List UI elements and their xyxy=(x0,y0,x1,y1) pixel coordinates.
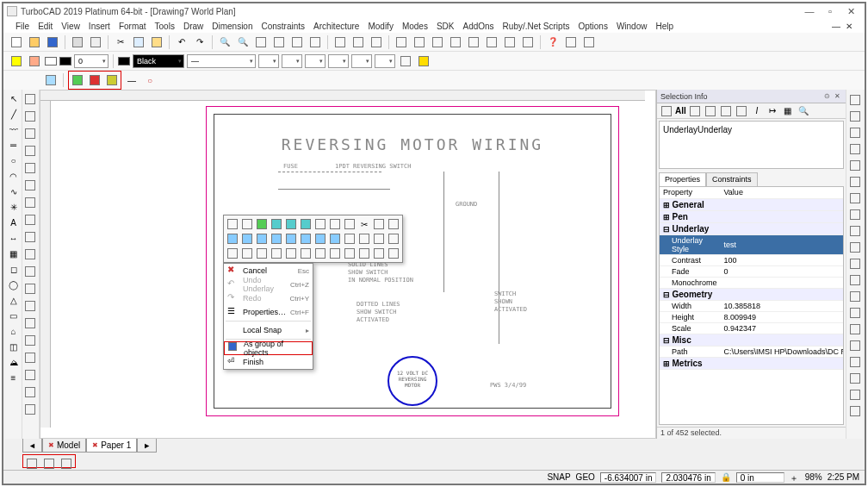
polyline-icon[interactable]: 〰 xyxy=(7,122,21,136)
menu-options[interactable]: Options xyxy=(578,22,607,31)
double-line-icon[interactable]: ═ xyxy=(7,138,21,152)
r16-icon[interactable] xyxy=(848,339,862,353)
ctx2-icon[interactable] xyxy=(240,217,254,231)
ctx26-icon[interactable] xyxy=(240,247,254,260)
menu-draw[interactable]: Draw xyxy=(183,22,203,31)
modify2-icon[interactable] xyxy=(22,109,38,124)
modify14-icon[interactable] xyxy=(22,315,38,331)
r18-icon[interactable] xyxy=(848,371,862,385)
ctx22-icon[interactable] xyxy=(357,232,371,246)
modify6-icon[interactable] xyxy=(22,178,38,193)
underlay-pdf2-icon[interactable] xyxy=(87,72,102,88)
viewport-icon[interactable] xyxy=(502,34,518,50)
render-icon[interactable] xyxy=(484,34,499,50)
r4-icon[interactable] xyxy=(848,142,862,156)
zoom-extents-icon[interactable] xyxy=(271,34,287,50)
snap-icon[interactable] xyxy=(430,34,445,50)
ctx10-icon[interactable]: ✂ xyxy=(357,217,371,231)
undo-icon[interactable]: ↶ xyxy=(174,34,189,50)
door-icon[interactable]: ⌂ xyxy=(7,324,21,338)
menu-insert[interactable]: Insert xyxy=(89,22,110,31)
style2-combo[interactable] xyxy=(282,54,302,68)
cone-icon[interactable]: △ xyxy=(7,293,21,307)
ctx-properties[interactable]: ☰ Properties… Ctrl+F xyxy=(224,305,313,319)
modify7-icon[interactable] xyxy=(22,195,38,210)
maximize-button[interactable]: ▫ xyxy=(820,6,840,16)
ctx3-icon[interactable] xyxy=(255,217,269,231)
ctx30-icon[interactable] xyxy=(299,247,313,260)
prop-height[interactable]: Height8.009949 xyxy=(660,311,844,322)
menu-view[interactable]: View xyxy=(61,22,80,31)
parts-icon[interactable] xyxy=(581,34,597,50)
modify17-icon[interactable] xyxy=(22,367,38,383)
hatch-icon[interactable]: ▦ xyxy=(7,247,21,260)
ctx17-icon[interactable] xyxy=(284,232,298,246)
style6-combo[interactable] xyxy=(375,54,395,68)
tab-constraints[interactable]: Constraints xyxy=(706,172,758,186)
properties-grid[interactable]: PropertyValue ⊞ General ⊞ Pen ⊟ Underlay… xyxy=(659,186,844,425)
pen-icon[interactable] xyxy=(9,53,24,69)
camera-icon[interactable] xyxy=(520,34,536,50)
prop-contrast[interactable]: Contrast100 xyxy=(660,254,844,265)
lock-icon[interactable]: 🔒 xyxy=(721,472,731,483)
modify16-icon[interactable] xyxy=(22,350,38,365)
layer-combo[interactable]: Black xyxy=(133,54,184,68)
context-toolbar-1[interactable]: ✂ xyxy=(223,215,403,263)
ctx7-icon[interactable] xyxy=(313,217,327,231)
ctx-redo[interactable]: ↷ Redo Ctrl+Y xyxy=(224,291,313,305)
ctx24-icon[interactable] xyxy=(387,232,400,246)
ctx29-icon[interactable] xyxy=(284,247,298,260)
ctx33-icon[interactable] xyxy=(343,247,356,260)
r11-icon[interactable] xyxy=(848,257,862,271)
dimension-icon[interactable]: ↔ xyxy=(7,231,21,245)
modify4-icon[interactable] xyxy=(22,143,38,159)
ctx16-icon[interactable] xyxy=(270,232,283,246)
ctx4-icon[interactable] xyxy=(270,217,283,231)
help-icon[interactable]: ❓ xyxy=(545,34,561,50)
r17-icon[interactable] xyxy=(848,355,862,369)
ctx34-icon[interactable] xyxy=(357,247,371,260)
modify15-icon[interactable] xyxy=(22,333,38,348)
ctx18-icon[interactable] xyxy=(299,232,313,246)
ctx21-icon[interactable] xyxy=(343,232,356,246)
status-x[interactable]: -6.634007 in xyxy=(600,472,657,483)
lineweight-combo[interactable]: 0 xyxy=(74,54,108,68)
r3-icon[interactable] xyxy=(848,126,862,140)
blocks-icon[interactable] xyxy=(563,34,579,50)
ptb3-icon[interactable] xyxy=(704,104,717,118)
line-icon[interactable]: ╱ xyxy=(7,107,21,121)
prop-width[interactable]: Width10.385818 xyxy=(660,300,844,311)
ptb-italic-icon[interactable]: I xyxy=(750,104,764,118)
r20-icon[interactable] xyxy=(848,404,862,418)
modify11-icon[interactable] xyxy=(22,264,38,279)
tab-nav-prev[interactable]: ◄ xyxy=(22,439,42,453)
r6-icon[interactable] xyxy=(848,175,862,189)
prop-scale[interactable]: Scale0.942347 xyxy=(660,322,844,334)
prop-path[interactable]: PathC:\Users\IMSI HP\Downloads\DC REVER! xyxy=(660,346,844,357)
curve-icon[interactable]: ∿ xyxy=(7,184,21,198)
underlay-clip-icon[interactable]: — xyxy=(124,72,140,88)
circle-icon[interactable]: ○ xyxy=(7,153,21,167)
print-icon[interactable] xyxy=(70,34,85,50)
zoom-window-icon[interactable] xyxy=(253,34,269,50)
ctx25-icon[interactable] xyxy=(226,247,239,260)
ctx23-icon[interactable] xyxy=(372,232,386,246)
menu-architecture[interactable]: Architecture xyxy=(313,22,359,31)
modify1-icon[interactable] xyxy=(22,91,38,107)
menu-modes[interactable]: Modes xyxy=(402,22,428,31)
grid-icon[interactable] xyxy=(448,34,463,50)
r14-icon[interactable] xyxy=(848,306,862,320)
menu-format[interactable]: Format xyxy=(119,22,146,31)
r9-icon[interactable] xyxy=(848,224,862,238)
ptb5-icon[interactable] xyxy=(735,104,748,118)
modify3-icon[interactable] xyxy=(22,126,38,141)
menu-dimension[interactable]: Dimension xyxy=(212,22,252,31)
tab-paper1[interactable]: ✖Paper 1 xyxy=(86,439,137,453)
sync-icon[interactable] xyxy=(398,53,413,69)
color-swatch[interactable] xyxy=(45,57,57,66)
underlay-pdf-icon[interactable] xyxy=(43,72,59,88)
menu-addons[interactable]: AddOns xyxy=(462,22,493,31)
ctx28-icon[interactable] xyxy=(270,247,283,260)
status-y[interactable]: 2.030476 in xyxy=(661,472,715,483)
modify10-icon[interactable] xyxy=(22,247,38,262)
